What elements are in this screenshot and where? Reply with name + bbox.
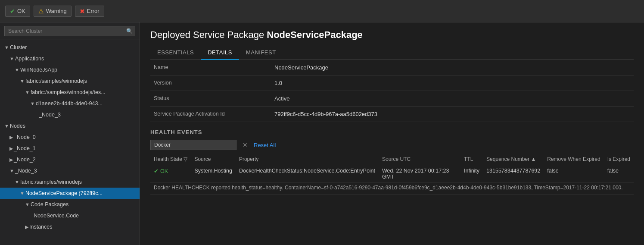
- details-value: NodeServicePackage: [271, 60, 634, 75]
- health-ttl-cell: Infinity: [460, 165, 483, 183]
- page-title: Deployed Service Package NodeServicePack…: [150, 29, 634, 41]
- expand-down-icon: ▼: [20, 191, 25, 196]
- warning-button[interactable]: ⚠ Warning: [34, 6, 72, 17]
- details-label: Service Package Activation Id: [150, 107, 271, 122]
- warning-label: Warning: [46, 8, 67, 14]
- tree-item-nodeservicecode[interactable]: NodeService.Code: [0, 210, 140, 221]
- tree-item-nodes[interactable]: ▼Nodes: [0, 120, 140, 132]
- tree-item-node3-fabric[interactable]: ▼fabric:/samples/winnodejs: [0, 176, 140, 188]
- page-title-prefix: Deployed Service Package: [150, 29, 264, 40]
- health-state-cell: ✔ OK: [150, 165, 191, 183]
- health-utc-cell: Wed, 22 Nov 2017 00:17:23 GMT: [379, 165, 460, 183]
- health-filter-input[interactable]: [150, 140, 236, 150]
- expand-right-icon: ▶: [9, 135, 13, 140]
- health-description-row: Docker HEALTHCHECK reported health_statu…: [150, 183, 634, 195]
- tree-item-codepackages[interactable]: ▼Code Packages: [0, 199, 140, 210]
- health-col-is-expired: Is Expired: [604, 154, 634, 165]
- expand-down-icon: ▼: [4, 123, 9, 129]
- health-filter-row: ✕ Reset All: [150, 140, 634, 150]
- health-remove-cell: false: [544, 165, 604, 183]
- details-label: Status: [150, 91, 271, 107]
- tree-item-winnodejsapp[interactable]: ▼WinNodeJsApp: [0, 64, 140, 75]
- search-icon: 🔍: [126, 28, 133, 34]
- main-layout: 🔍 ▼Cluster▼Applications▼WinNodeJsApp▼fab…: [0, 22, 644, 245]
- tree-item-node1[interactable]: ▶_Node_1: [0, 143, 140, 154]
- tree: ▼Cluster▼Applications▼WinNodeJsApp▼fabri…: [0, 40, 140, 245]
- health-row: ✔ OK System.Hosting DockerHealthCheckSta…: [150, 165, 634, 183]
- tree-item-fabric-samples-winnodejs[interactable]: ▼fabric:/samples/winnodejs: [0, 75, 140, 87]
- expand-down-icon: ▼: [20, 79, 25, 84]
- details-label: Name: [150, 60, 271, 75]
- ok-check-icon: ✔: [154, 168, 159, 174]
- reset-all-button[interactable]: Reset All: [254, 142, 276, 148]
- tree-item-nodeservicepackage[interactable]: ▼NodeServicePackage (792ff9c...: [0, 188, 140, 199]
- search-input[interactable]: [4, 26, 135, 36]
- error-icon: ✖: [80, 8, 85, 15]
- warning-icon: ⚠: [38, 8, 44, 15]
- expand-down-icon: ▼: [4, 45, 9, 50]
- health-seqnum-cell: 131557834437787692: [483, 165, 544, 183]
- tab-manifest[interactable]: MANIFEST: [239, 46, 283, 60]
- expand-right-icon: ▶: [9, 146, 13, 151]
- health-property-cell: DockerHealthCheckStatus:NodeService.Code…: [236, 165, 379, 183]
- details-label: Version: [150, 75, 271, 91]
- expand-down-icon: ▼: [25, 202, 30, 207]
- health-filter-clear-button[interactable]: ✕: [241, 141, 249, 148]
- error-button[interactable]: ✖ Error: [75, 6, 104, 17]
- details-row: Version1.0: [150, 75, 634, 91]
- details-value: Active: [271, 91, 634, 107]
- ok-icon: ✔: [10, 8, 15, 15]
- tabs: ESSENTIALSDETAILSMANIFEST: [150, 46, 634, 60]
- health-source-cell: System.Hosting: [191, 165, 236, 183]
- tree-item-d1aeee2b[interactable]: ▼d1aeee2b-4d4b-4de0-943...: [0, 98, 140, 109]
- health-section: HEALTH EVENTS ✕ Reset All Health State ▽…: [150, 129, 634, 195]
- health-table: Health State ▽SourcePropertySource UTCTT…: [150, 154, 634, 195]
- sidebar: 🔍 ▼Cluster▼Applications▼WinNodeJsApp▼fab…: [0, 22, 140, 245]
- ok-button[interactable]: ✔ OK: [5, 6, 30, 17]
- health-col-remove-when-expired: Remove When Expired: [544, 154, 604, 165]
- health-col-property: Property: [236, 154, 379, 165]
- tree-item-cluster[interactable]: ▼Cluster: [0, 42, 140, 53]
- ok-label: OK: [17, 8, 25, 14]
- tree-item-node3-label[interactable]: _Node_3: [0, 109, 140, 120]
- details-value: 1.0: [271, 75, 634, 91]
- health-col-ttl: TTL: [460, 154, 483, 165]
- health-expired-cell: false: [604, 165, 634, 183]
- expand-down-icon: ▼: [9, 56, 14, 61]
- tree-item-node3[interactable]: ▼_Node_3: [0, 165, 140, 176]
- tree-item-node2[interactable]: ▶_Node_2: [0, 154, 140, 165]
- tree-item-node0[interactable]: ▶_Node_0: [0, 132, 140, 143]
- expand-right-icon: ▶: [25, 224, 28, 229]
- health-col-source: Source: [191, 154, 236, 165]
- tree-item-applications[interactable]: ▼Applications: [0, 53, 140, 64]
- health-col-source-utc: Source UTC: [379, 154, 460, 165]
- content-header: Deployed Service Package NodeServicePack…: [140, 22, 644, 41]
- expand-down-icon: ▼: [25, 90, 30, 95]
- tree-item-fabric-samples-winnodejs-tes[interactable]: ▼fabric:/samples/winnodejs/tes...: [0, 87, 140, 98]
- tree-item-instances[interactable]: ▶Instances: [0, 221, 140, 232]
- content-area: Deployed Service Package NodeServicePack…: [140, 22, 644, 245]
- tab-details[interactable]: DETAILS: [201, 46, 239, 60]
- topbar: ✔ OK ⚠ Warning ✖ Error: [0, 0, 644, 22]
- expand-down-icon: ▼: [15, 67, 19, 72]
- details-value: 792ff9c6-d5cc-4d9b-967a-aa5d602ed373: [271, 107, 634, 122]
- details-row: StatusActive: [150, 91, 634, 107]
- page-title-name: NodeServicePackage: [267, 29, 363, 40]
- details-table: NameNodeServicePackageVersion1.0StatusAc…: [150, 60, 634, 122]
- health-col-health-state[interactable]: Health State ▽: [150, 154, 191, 165]
- details-row: NameNodeServicePackage: [150, 60, 634, 75]
- details-row: Service Package Activation Id792ff9c6-d5…: [150, 107, 634, 122]
- expand-down-icon: ▼: [15, 179, 19, 185]
- health-description-cell: Docker HEALTHCHECK reported health_statu…: [150, 183, 634, 195]
- expand-down-icon: ▼: [30, 101, 35, 106]
- expand-down-icon: ▼: [9, 168, 14, 173]
- health-col-sequence-number[interactable]: Sequence Number ▲: [483, 154, 544, 165]
- ok-badge: ✔ OK: [154, 168, 168, 174]
- health-events-title: HEALTH EVENTS: [150, 129, 634, 135]
- tab-essentials[interactable]: ESSENTIALS: [150, 46, 201, 60]
- error-label: Error: [87, 8, 100, 14]
- expand-right-icon: ▶: [9, 157, 13, 162]
- search-box: 🔍: [0, 22, 140, 40]
